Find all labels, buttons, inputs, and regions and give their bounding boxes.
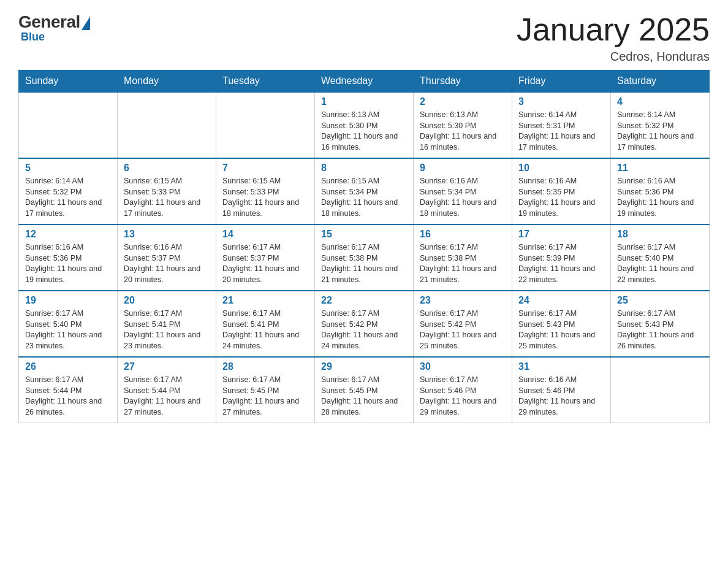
day-number: 29 [321, 361, 407, 372]
calendar-cell: 10Sunrise: 6:16 AM Sunset: 5:35 PM Dayli… [512, 158, 611, 224]
calendar-cell: 20Sunrise: 6:17 AM Sunset: 5:41 PM Dayli… [118, 291, 216, 357]
week-row-2: 5Sunrise: 6:14 AM Sunset: 5:32 PM Daylig… [19, 158, 710, 224]
day-info: Sunrise: 6:13 AM Sunset: 5:30 PM Dayligh… [420, 110, 506, 153]
day-info: Sunrise: 6:17 AM Sunset: 5:42 PM Dayligh… [420, 308, 506, 351]
calendar-cell: 26Sunrise: 6:17 AM Sunset: 5:44 PM Dayli… [19, 357, 118, 423]
day-info: Sunrise: 6:17 AM Sunset: 5:43 PM Dayligh… [617, 308, 703, 351]
day-number: 15 [321, 229, 407, 240]
day-number: 20 [124, 295, 210, 306]
day-info: Sunrise: 6:17 AM Sunset: 5:37 PM Dayligh… [222, 242, 308, 285]
day-info: Sunrise: 6:17 AM Sunset: 5:40 PM Dayligh… [25, 308, 111, 351]
day-info: Sunrise: 6:16 AM Sunset: 5:36 PM Dayligh… [25, 242, 111, 285]
day-number: 21 [222, 295, 308, 306]
day-info: Sunrise: 6:16 AM Sunset: 5:36 PM Dayligh… [617, 176, 703, 219]
day-number: 7 [222, 163, 308, 174]
calendar-cell: 24Sunrise: 6:17 AM Sunset: 5:43 PM Dayli… [512, 291, 611, 357]
calendar-table: SundayMondayTuesdayWednesdayThursdayFrid… [18, 70, 710, 423]
calendar-cell: 16Sunrise: 6:17 AM Sunset: 5:38 PM Dayli… [414, 224, 512, 291]
calendar-cell: 13Sunrise: 6:16 AM Sunset: 5:37 PM Dayli… [118, 224, 216, 291]
day-number: 18 [617, 229, 703, 240]
day-number: 19 [25, 295, 111, 306]
calendar-cell: 11Sunrise: 6:16 AM Sunset: 5:36 PM Dayli… [611, 158, 710, 224]
week-row-4: 19Sunrise: 6:17 AM Sunset: 5:40 PM Dayli… [19, 291, 710, 357]
calendar-cell: 4Sunrise: 6:14 AM Sunset: 5:32 PM Daylig… [611, 92, 710, 158]
logo-general-text: General [18, 12, 80, 32]
calendar-cell: 8Sunrise: 6:15 AM Sunset: 5:34 PM Daylig… [315, 158, 414, 224]
calendar-cell: 30Sunrise: 6:17 AM Sunset: 5:46 PM Dayli… [414, 357, 512, 423]
calendar-header-friday: Friday [512, 71, 611, 93]
calendar-cell: 17Sunrise: 6:17 AM Sunset: 5:39 PM Dayli… [512, 224, 611, 291]
day-number: 26 [25, 361, 111, 372]
calendar-header-thursday: Thursday [414, 71, 512, 93]
day-info: Sunrise: 6:17 AM Sunset: 5:38 PM Dayligh… [420, 242, 506, 285]
day-number: 4 [617, 96, 703, 107]
title-area: January 2025 Cedros, Honduras [517, 12, 710, 64]
day-number: 31 [518, 361, 604, 372]
day-number: 12 [25, 229, 111, 240]
day-number: 30 [420, 361, 506, 372]
day-number: 14 [222, 229, 308, 240]
calendar-cell: 27Sunrise: 6:17 AM Sunset: 5:44 PM Dayli… [118, 357, 216, 423]
calendar-cell: 3Sunrise: 6:14 AM Sunset: 5:31 PM Daylig… [512, 92, 611, 158]
calendar-header-sunday: Sunday [19, 71, 118, 93]
day-number: 23 [420, 295, 506, 306]
calendar-cell: 23Sunrise: 6:17 AM Sunset: 5:42 PM Dayli… [414, 291, 512, 357]
calendar-cell [118, 92, 216, 158]
calendar-cell: 21Sunrise: 6:17 AM Sunset: 5:41 PM Dayli… [216, 291, 315, 357]
day-info: Sunrise: 6:17 AM Sunset: 5:42 PM Dayligh… [321, 308, 407, 351]
day-info: Sunrise: 6:14 AM Sunset: 5:32 PM Dayligh… [617, 110, 703, 153]
calendar-header-saturday: Saturday [611, 71, 710, 93]
day-number: 28 [222, 361, 308, 372]
calendar-header-wednesday: Wednesday [315, 71, 414, 93]
calendar-cell: 19Sunrise: 6:17 AM Sunset: 5:40 PM Dayli… [19, 291, 118, 357]
day-info: Sunrise: 6:17 AM Sunset: 5:40 PM Dayligh… [617, 242, 703, 285]
day-info: Sunrise: 6:17 AM Sunset: 5:46 PM Dayligh… [420, 375, 506, 418]
calendar-header-monday: Monday [118, 71, 216, 93]
calendar-cell: 1Sunrise: 6:13 AM Sunset: 5:30 PM Daylig… [315, 92, 414, 158]
day-number: 17 [518, 229, 604, 240]
calendar-header-tuesday: Tuesday [216, 71, 315, 93]
day-info: Sunrise: 6:17 AM Sunset: 5:44 PM Dayligh… [124, 375, 210, 418]
location-label: Cedros, Honduras [517, 50, 710, 64]
day-number: 24 [518, 295, 604, 306]
day-number: 9 [420, 163, 506, 174]
day-info: Sunrise: 6:17 AM Sunset: 5:41 PM Dayligh… [222, 308, 308, 351]
day-info: Sunrise: 6:17 AM Sunset: 5:45 PM Dayligh… [222, 375, 308, 418]
day-info: Sunrise: 6:17 AM Sunset: 5:45 PM Dayligh… [321, 375, 407, 418]
day-number: 13 [124, 229, 210, 240]
day-number: 8 [321, 163, 407, 174]
calendar-cell: 29Sunrise: 6:17 AM Sunset: 5:45 PM Dayli… [315, 357, 414, 423]
day-number: 3 [518, 96, 604, 107]
calendar-header-row: SundayMondayTuesdayWednesdayThursdayFrid… [19, 71, 710, 93]
day-info: Sunrise: 6:17 AM Sunset: 5:41 PM Dayligh… [124, 308, 210, 351]
day-info: Sunrise: 6:16 AM Sunset: 5:35 PM Dayligh… [518, 176, 604, 219]
day-info: Sunrise: 6:13 AM Sunset: 5:30 PM Dayligh… [321, 110, 407, 153]
calendar-cell: 18Sunrise: 6:17 AM Sunset: 5:40 PM Dayli… [611, 224, 710, 291]
day-number: 10 [518, 163, 604, 174]
calendar-cell [611, 357, 710, 423]
day-info: Sunrise: 6:17 AM Sunset: 5:39 PM Dayligh… [518, 242, 604, 285]
logo-triangle-icon [82, 17, 90, 30]
day-info: Sunrise: 6:16 AM Sunset: 5:37 PM Dayligh… [124, 242, 210, 285]
day-number: 5 [25, 163, 111, 174]
calendar-cell [216, 92, 315, 158]
calendar-cell: 7Sunrise: 6:15 AM Sunset: 5:33 PM Daylig… [216, 158, 315, 224]
day-info: Sunrise: 6:17 AM Sunset: 5:38 PM Dayligh… [321, 242, 407, 285]
week-row-5: 26Sunrise: 6:17 AM Sunset: 5:44 PM Dayli… [19, 357, 710, 423]
day-number: 2 [420, 96, 506, 107]
day-number: 22 [321, 295, 407, 306]
day-info: Sunrise: 6:15 AM Sunset: 5:33 PM Dayligh… [222, 176, 308, 219]
day-info: Sunrise: 6:15 AM Sunset: 5:33 PM Dayligh… [124, 176, 210, 219]
page-header: General Blue January 2025 Cedros, Hondur… [18, 12, 710, 64]
calendar-cell: 14Sunrise: 6:17 AM Sunset: 5:37 PM Dayli… [216, 224, 315, 291]
calendar-cell: 25Sunrise: 6:17 AM Sunset: 5:43 PM Dayli… [611, 291, 710, 357]
day-info: Sunrise: 6:14 AM Sunset: 5:32 PM Dayligh… [25, 176, 111, 219]
week-row-3: 12Sunrise: 6:16 AM Sunset: 5:36 PM Dayli… [19, 224, 710, 291]
day-info: Sunrise: 6:15 AM Sunset: 5:34 PM Dayligh… [321, 176, 407, 219]
calendar-cell: 9Sunrise: 6:16 AM Sunset: 5:34 PM Daylig… [414, 158, 512, 224]
week-row-1: 1Sunrise: 6:13 AM Sunset: 5:30 PM Daylig… [19, 92, 710, 158]
day-number: 1 [321, 96, 407, 107]
day-number: 6 [124, 163, 210, 174]
calendar-cell: 12Sunrise: 6:16 AM Sunset: 5:36 PM Dayli… [19, 224, 118, 291]
calendar-cell: 2Sunrise: 6:13 AM Sunset: 5:30 PM Daylig… [414, 92, 512, 158]
